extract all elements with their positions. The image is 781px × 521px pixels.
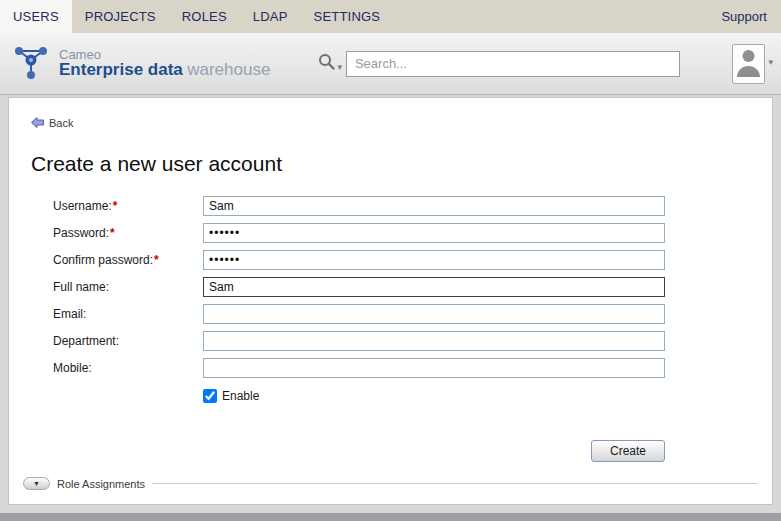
nav-tab-projects[interactable]: PROJECTS xyxy=(72,0,169,33)
role-assignments-toggle[interactable]: ▼ xyxy=(23,477,50,490)
enable-checkbox[interactable] xyxy=(203,389,217,403)
logo-line2: Enterprise data warehouse xyxy=(59,61,270,79)
search-icon xyxy=(318,53,335,74)
chevron-down-icon: ▼ xyxy=(33,480,40,487)
back-label: Back xyxy=(49,117,73,129)
username-label: Username:* xyxy=(53,199,203,213)
nav-tab-ldap[interactable]: LDAP xyxy=(240,0,301,33)
create-row: Create xyxy=(203,440,665,462)
create-user-panel: Back Create a new user account Username:… xyxy=(8,97,773,505)
logo-line2-bold: Enterprise data xyxy=(59,60,183,79)
full-name-label: Full name: xyxy=(53,280,203,294)
search-input[interactable] xyxy=(346,51,680,77)
avatar[interactable] xyxy=(732,44,765,84)
section-divider xyxy=(152,483,758,484)
back-link[interactable]: Back xyxy=(31,114,73,132)
user-menu[interactable]: ▾ xyxy=(732,44,773,84)
enable-label: Enable xyxy=(222,389,259,403)
role-assignments-section: ▼ Role Assignments xyxy=(23,477,758,490)
create-button[interactable]: Create xyxy=(591,440,665,462)
email-label: Email: xyxy=(53,307,203,321)
search-zone: ▾ xyxy=(318,51,680,77)
brand-bar: Cameo Enterprise data warehouse ▾ xyxy=(0,33,781,95)
required-asterisk: * xyxy=(154,253,159,267)
email-input[interactable] xyxy=(203,304,665,324)
username-input[interactable] xyxy=(203,196,665,216)
password-input[interactable] xyxy=(203,223,665,243)
required-asterisk: * xyxy=(113,199,118,213)
department-label: Department: xyxy=(53,334,203,348)
department-input[interactable] xyxy=(203,331,665,351)
logo-molecule-icon xyxy=(10,41,52,87)
user-avatar-icon xyxy=(736,47,761,81)
confirm-password-label: Confirm password:* xyxy=(53,253,203,267)
search-scope-selector[interactable]: ▾ xyxy=(318,53,342,74)
logo-line2-light: warehouse xyxy=(187,60,270,79)
nav-tab-users[interactable]: USERS xyxy=(0,0,72,33)
nav-tab-settings[interactable]: SETTINGS xyxy=(301,0,394,33)
support-link[interactable]: Support xyxy=(707,0,781,33)
nav-tab-roles[interactable]: ROLES xyxy=(169,0,240,33)
page-title: Create a new user account xyxy=(31,152,772,176)
confirm-password-input[interactable] xyxy=(203,250,665,270)
full-name-input[interactable] xyxy=(203,277,665,297)
content-background: Back Create a new user account Username:… xyxy=(0,95,781,513)
top-navigation: USERS PROJECTS ROLES LDAP SETTINGS Suppo… xyxy=(0,0,781,33)
logo-line1: Cameo xyxy=(59,48,270,62)
mobile-label: Mobile: xyxy=(53,361,203,375)
password-label: Password:* xyxy=(53,226,203,240)
back-arrow-icon xyxy=(31,114,44,132)
avatar-dropdown-arrow-icon: ▾ xyxy=(768,58,773,69)
logo-text: Cameo Enterprise data warehouse xyxy=(59,48,270,79)
mobile-input[interactable] xyxy=(203,358,665,378)
required-asterisk: * xyxy=(110,226,115,240)
enable-row: Enable xyxy=(203,389,665,403)
app-logo: Cameo Enterprise data warehouse xyxy=(10,41,270,87)
role-assignments-label: Role Assignments xyxy=(57,478,145,490)
create-user-form: Username:* Password:* Confirm password:*… xyxy=(53,196,772,462)
search-dropdown-arrow-icon: ▾ xyxy=(337,63,342,74)
